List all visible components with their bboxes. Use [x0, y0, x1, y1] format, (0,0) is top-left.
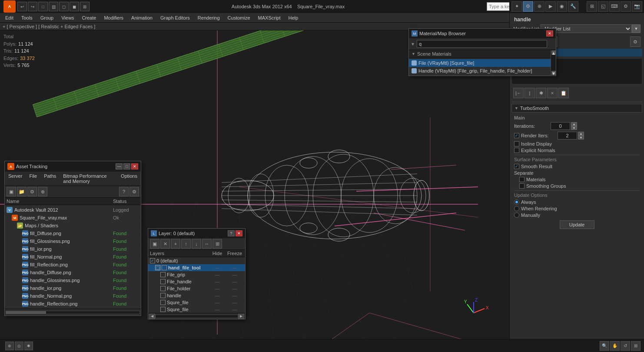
ts-iterations-up[interactable]: ▲ [571, 122, 577, 126]
at-tool-3[interactable]: ⚙ [27, 187, 37, 196]
rp-extra-btn-2[interactable]: ◱ [598, 1, 608, 12]
menu-group[interactable]: Group [37, 13, 57, 23]
ts-render-iters-checkbox[interactable]: ✓ [514, 133, 519, 138]
menu-rendering[interactable]: Rendering [194, 13, 223, 23]
ts-materials-checkbox[interactable] [519, 177, 524, 182]
lm-row-0[interactable]: ✓ 0 (default) [148, 257, 245, 264]
ts-smoothing-groups-checkbox[interactable] [519, 183, 524, 189]
lm-scroll-left[interactable]: ◀ [149, 314, 155, 319]
at-close-btn[interactable]: ✕ [131, 163, 138, 169]
viewport-maximize-btn[interactable]: ⊞ [631, 341, 641, 351]
ts-when-rendering-radio[interactable] [514, 206, 519, 211]
mat-search-arrow[interactable]: ▼ [411, 42, 415, 46]
at-row-png-6[interactable]: PNG handle_Diffuse.png Found [5, 269, 141, 276]
ts-render-iters-up[interactable]: ▲ [578, 132, 584, 136]
lm-row-squre-file-2[interactable]: Squre_file — — [148, 306, 245, 313]
menu-tools[interactable]: Tools [18, 13, 36, 23]
lm-row-hand-file-tool[interactable]: □ hand_file_tool — — [148, 264, 245, 271]
at-row-vault[interactable]: V Autodesk Vault 2012 Logged [5, 206, 141, 214]
mod-icon-4[interactable]: × [547, 88, 558, 98]
mat-scrollbar-v[interactable]: ▲ ▼ [551, 50, 556, 76]
at-menu-options[interactable]: Options [119, 173, 139, 185]
rp-utilities-btn[interactable]: 🔧 [568, 1, 578, 12]
menu-animation[interactable]: Animation [128, 13, 156, 23]
at-config-btn[interactable]: ⚙ [129, 187, 139, 196]
menu-graph-editors[interactable]: Graph Editors [157, 13, 193, 23]
toolbar-btn-4[interactable]: ▥ [49, 2, 58, 11]
ts-iterations-spinner[interactable]: ▲ ▼ [551, 122, 577, 130]
lm-layer-icon-6[interactable] [160, 300, 166, 305]
lm-close-btn[interactable]: ✕ [236, 230, 242, 236]
menu-edit[interactable]: Edit [2, 13, 17, 23]
at-row-png-8[interactable]: PNG handle_ior.png Found [5, 284, 141, 292]
at-row-png-10[interactable]: PNG handle_Reflection.png Found [5, 300, 141, 308]
ts-render-iters-down[interactable]: ▼ [578, 136, 584, 139]
ts-isoline-checkbox[interactable] [514, 141, 519, 146]
rp-display-btn[interactable]: ◉ [557, 1, 567, 12]
menu-customize[interactable]: Customize [224, 13, 254, 23]
at-row-maxfile[interactable]: M Square_File_vray.max Ok [5, 214, 141, 222]
mat-section-header[interactable]: ▼ Scene Materials [409, 50, 551, 58]
at-row-png-1[interactable]: PNG fill_Diffuse.png Found [5, 229, 141, 237]
panel-config-btn[interactable]: ⚙ [630, 37, 641, 47]
lm-help-btn[interactable]: ? [228, 230, 235, 236]
ts-manually-radio[interactable] [514, 213, 519, 218]
menu-modifiers[interactable]: Modifiers [100, 13, 127, 23]
at-menu-paths[interactable]: Paths [42, 173, 58, 185]
rp-hierarchy-btn[interactable]: ⊕ [534, 1, 544, 12]
at-tool-4[interactable]: ⊕ [38, 187, 47, 196]
viewport-zoom-btn[interactable]: 🔍 [600, 341, 609, 351]
mat-row-1[interactable]: File (VRayMtl) [Squre_file] [409, 59, 551, 67]
lm-tool-2[interactable]: ✕ [160, 239, 170, 249]
modifier-dropdown-arrow[interactable]: ▼ [632, 24, 641, 33]
mat-collapse-btn[interactable]: ▼ [412, 52, 415, 56]
lm-row-file-grip[interactable]: File_grip — — [148, 271, 245, 278]
at-row-png-2[interactable]: PNG fill_Glossiness.png Found [5, 237, 141, 245]
rp-modify-btn[interactable]: ⚙ [523, 1, 533, 12]
ts-always-radio[interactable] [514, 199, 519, 205]
at-row-png-4[interactable]: PNG fill_Normal.png Found [5, 253, 141, 261]
lm-layer-icon-7[interactable] [160, 307, 166, 312]
ts-iterations-down[interactable]: ▼ [571, 126, 577, 130]
mat-scroll-down[interactable]: ▼ [551, 71, 556, 75]
lm-layer-icon-4[interactable] [160, 286, 166, 291]
ts-render-iters-spinner[interactable]: ▲ ▼ [558, 132, 584, 139]
lm-row-file-holder[interactable]: File_holder — — [148, 285, 245, 292]
mod-icon-1[interactable]: |← [513, 88, 524, 98]
rp-extra-btn-4[interactable]: ⚙ [621, 1, 631, 12]
ts-update-button[interactable]: Update [560, 220, 594, 229]
lm-row-handle[interactable]: handle — — [148, 292, 245, 299]
at-tool-1[interactable]: ▣ [7, 187, 16, 196]
menu-views[interactable]: Views [58, 13, 77, 23]
turbosmooth-header[interactable]: ▼ TurboSmooth [511, 104, 642, 113]
lm-scrollbar[interactable]: ◀ ▶ [148, 313, 245, 319]
status-btn-3[interactable]: ✱ [24, 342, 33, 350]
lm-layer-icon-1[interactable] [162, 265, 167, 270]
lm-layer-icon-3[interactable] [160, 279, 166, 284]
mat-scroll-up[interactable]: ▲ [551, 50, 556, 55]
toolbar-btn-5[interactable]: ◻ [59, 2, 69, 11]
ts-render-iters-input[interactable] [558, 132, 577, 139]
lm-layer-icon-2[interactable] [160, 272, 166, 277]
ts-iterations-input[interactable] [551, 122, 570, 130]
mod-icon-3[interactable]: ✱ [536, 88, 546, 98]
rp-motion-btn[interactable]: ▶ [545, 1, 556, 12]
toolbar-btn-2[interactable]: ↪ [28, 2, 37, 11]
rp-extra-btn-1[interactable]: ⊞ [587, 1, 597, 12]
menu-maxscript[interactable]: MAXScript [255, 13, 284, 23]
status-btn-1[interactable]: ⊕ [5, 342, 14, 350]
at-row-png-3[interactable]: PNG fill_ior.png Found [5, 245, 141, 253]
at-minimize-btn[interactable]: — [116, 163, 123, 169]
at-help-btn[interactable]: ? [119, 187, 129, 196]
toolbar-btn-3[interactable]: □ [38, 2, 48, 11]
lm-tool-5[interactable]: ↓ [192, 239, 201, 249]
lm-tool-3[interactable]: + [171, 239, 180, 249]
rp-extra-btn-3[interactable]: ⌨ [609, 1, 620, 12]
at-menu-server[interactable]: Server [7, 173, 24, 185]
ts-explicit-checkbox[interactable] [514, 148, 519, 153]
mat-row-2[interactable]: Handle (VRayMtl) [File_grip, File_handle… [409, 67, 551, 75]
viewport-pan-btn[interactable]: ✋ [610, 341, 620, 351]
menu-help[interactable]: Help [285, 13, 302, 23]
mat-close-btn[interactable]: ✕ [546, 30, 553, 37]
rp-extra-btn-5[interactable]: 📷 [632, 1, 642, 12]
